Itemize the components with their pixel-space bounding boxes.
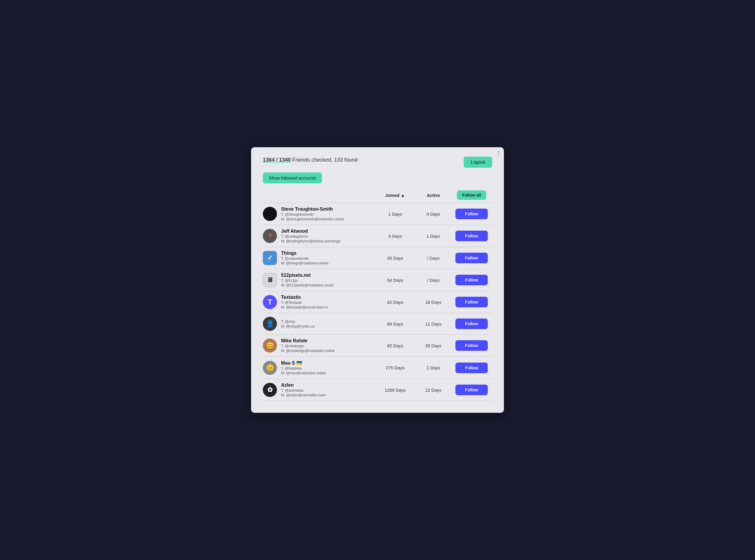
twitter-handle: T: @codinghorror bbox=[281, 235, 341, 239]
joined-days: 62 Days bbox=[374, 300, 416, 305]
table-row: 🦇 Jeff Atwood T: @codinghorror M: @codin… bbox=[263, 225, 492, 247]
table-row: T Textastic T: @Textastic M: @textastic@… bbox=[263, 291, 492, 313]
user-info: 😐 Mau S 🇺🇦 T: @holaMau M: @mau@mastodon.… bbox=[263, 360, 374, 375]
joined-days: 275 Days bbox=[374, 365, 416, 370]
mastodon-handle: M: @mhp@mstdn.ca bbox=[281, 324, 314, 328]
twitter-handle: T: @rohdesign bbox=[281, 344, 334, 348]
user-name: Steve Troughton-Smith bbox=[281, 206, 344, 212]
mastodon-handle: M: @stroughtonsmith@mastodon.social bbox=[281, 217, 344, 221]
table-row: ✓ Things T: @culturedcode M: @things@mas… bbox=[263, 247, 492, 269]
follow-all-button[interactable]: Follow all bbox=[457, 191, 486, 200]
mastodon-handle: M: @mau@mastodon.online bbox=[281, 371, 326, 375]
user-info: ⬤ Steve Troughton-Smith T: @stroughtonsm… bbox=[263, 206, 374, 221]
follow-action: Follow bbox=[451, 253, 492, 263]
avatar: 😐 bbox=[263, 361, 277, 375]
follow-button[interactable]: Follow bbox=[456, 363, 488, 373]
table-row: ✿ Azlen T: @azlenelza M: @azlen@merveill… bbox=[263, 379, 492, 401]
follow-action: Follow bbox=[451, 363, 492, 373]
user-table: ⬤ Steve Troughton-Smith T: @stroughtonsm… bbox=[263, 203, 492, 401]
twitter-handle: T: @stroughtonsmith bbox=[281, 213, 344, 217]
avatar: ✿ bbox=[263, 383, 277, 397]
follow-button[interactable]: Follow bbox=[456, 253, 488, 263]
follow-button[interactable]: Follow bbox=[456, 319, 488, 329]
table-header: Joined ▲ Active Follow all bbox=[263, 191, 492, 203]
active-days: 35 Days bbox=[416, 343, 451, 348]
table-row: 😐 Mau S 🇺🇦 T: @holaMau M: @mau@mastodon.… bbox=[263, 357, 492, 379]
table-row: ⬤ Steve Troughton-Smith T: @stroughtonsm… bbox=[263, 203, 492, 225]
stats-text: 1364 / 1340 Friends checked, 133 found bbox=[263, 157, 357, 163]
avatar: 🦇 bbox=[263, 229, 277, 243]
user-info: ✿ Azlen T: @azlenelza M: @azlen@merveill… bbox=[263, 382, 374, 397]
user-name: Mau S 🇺🇦 bbox=[281, 360, 326, 366]
joined-days: 1 Days bbox=[374, 212, 416, 217]
active-days: 18 Days bbox=[416, 300, 451, 305]
avatar: 😊 bbox=[263, 338, 277, 353]
mastodon-handle: M: @things@mastodon.online bbox=[281, 261, 328, 265]
twitter-handle: T: @512px bbox=[281, 279, 333, 283]
follow-action: Follow bbox=[451, 275, 492, 285]
user-details: Mike Rohde T: @rohdesign M: @rohdesign@m… bbox=[281, 338, 334, 353]
header: 1364 / 1340 Friends checked, 133 found L… bbox=[263, 157, 492, 168]
user-info: 🦇 Jeff Atwood T: @codinghorror M: @codin… bbox=[263, 228, 374, 243]
avatar: ⬤ bbox=[263, 207, 277, 221]
user-info: T Textastic T: @Textastic M: @textastic@… bbox=[263, 295, 374, 309]
show-followed-button[interactable]: Show followed accounts bbox=[263, 173, 322, 183]
follow-action: Follow bbox=[451, 385, 492, 395]
active-days: 0 Days bbox=[416, 212, 451, 217]
user-details: Steve Troughton-Smith T: @stroughtonsmit… bbox=[281, 206, 344, 221]
user-details: Azlen T: @azlenelza M: @azlen@merveilles… bbox=[281, 382, 326, 397]
stats-numbers: 1364 / 1340 bbox=[263, 157, 291, 163]
user-info: 👤 T: @mhp M: @mhp@mstdn.ca bbox=[263, 317, 374, 331]
user-name: 512pixels.net bbox=[281, 273, 333, 278]
follow-button[interactable]: Follow bbox=[456, 385, 488, 395]
user-name: Mike Rohde bbox=[281, 338, 334, 343]
active-days: 11 Days bbox=[416, 321, 451, 326]
avatar: 🖥 bbox=[263, 273, 277, 287]
user-details: Textastic T: @Textastic M: @textastic@so… bbox=[281, 295, 328, 309]
follow-button[interactable]: Follow bbox=[456, 275, 488, 285]
follow-action: Follow bbox=[451, 208, 492, 219]
twitter-handle: T: @holaMau bbox=[281, 366, 326, 371]
follow-button[interactable]: Follow bbox=[456, 340, 488, 351]
follow-button[interactable]: Follow bbox=[456, 231, 488, 241]
dot-3 bbox=[498, 155, 499, 156]
active-days: / Days bbox=[416, 278, 451, 283]
mastodon-handle: M: @textastic@social.blach.io bbox=[281, 305, 328, 309]
user-details: Mau S 🇺🇦 T: @holaMau M: @mau@mastodon.on… bbox=[281, 360, 326, 375]
user-name: Things bbox=[281, 251, 328, 256]
active-days: / Days bbox=[416, 256, 451, 261]
joined-days: 3 Days bbox=[374, 234, 416, 239]
avatar: ✓ bbox=[263, 251, 277, 265]
joined-days: 82 Days bbox=[374, 343, 416, 348]
user-name: Azlen bbox=[281, 382, 326, 388]
follow-action: Follow bbox=[451, 231, 492, 241]
user-details: 512pixels.net T: @512px M: @512pixels@ma… bbox=[281, 273, 333, 287]
table-row: 👤 T: @mhp M: @mhp@mstdn.ca 68 Days 11 Da… bbox=[263, 313, 492, 335]
user-info: 😊 Mike Rohde T: @rohdesign M: @rohdesign… bbox=[263, 338, 374, 353]
table-row: 😊 Mike Rohde T: @rohdesign M: @rohdesign… bbox=[263, 335, 492, 357]
dot-1 bbox=[498, 151, 499, 152]
stats-suffix: Friends checked, 133 found bbox=[291, 157, 357, 163]
window-dots bbox=[498, 151, 499, 156]
col-action-header: Follow all bbox=[451, 191, 492, 200]
col-joined-header[interactable]: Joined ▲ bbox=[374, 193, 416, 198]
user-info: 🖥 512pixels.net T: @512px M: @512pixels@… bbox=[263, 273, 374, 287]
twitter-handle: T: @Textastic bbox=[281, 301, 328, 305]
dot-2 bbox=[498, 153, 499, 154]
active-days: 1 Days bbox=[416, 234, 451, 239]
avatar: 👤 bbox=[263, 317, 277, 331]
follow-button[interactable]: Follow bbox=[456, 208, 488, 219]
follow-action: Follow bbox=[451, 340, 492, 351]
user-details: Things T: @culturedcode M: @things@masto… bbox=[281, 251, 328, 265]
mastodon-handle: M: @codinghorror@infosec.exchange bbox=[281, 239, 341, 243]
mastodon-handle: M: @rohdesign@mastodon.online bbox=[281, 349, 334, 353]
twitter-handle: T: @azlenelza bbox=[281, 388, 326, 393]
logout-button[interactable]: Logout bbox=[464, 157, 492, 168]
follow-button[interactable]: Follow bbox=[456, 297, 488, 307]
user-details: Jeff Atwood T: @codinghorror M: @codingh… bbox=[281, 228, 341, 243]
table-row: 🖥 512pixels.net T: @512px M: @512pixels@… bbox=[263, 269, 492, 291]
main-window: 1364 / 1340 Friends checked, 133 found L… bbox=[251, 147, 504, 413]
active-days: 1 Days bbox=[416, 365, 451, 370]
joined-days: 1289 Days bbox=[374, 387, 416, 393]
follow-action: Follow bbox=[451, 297, 492, 307]
